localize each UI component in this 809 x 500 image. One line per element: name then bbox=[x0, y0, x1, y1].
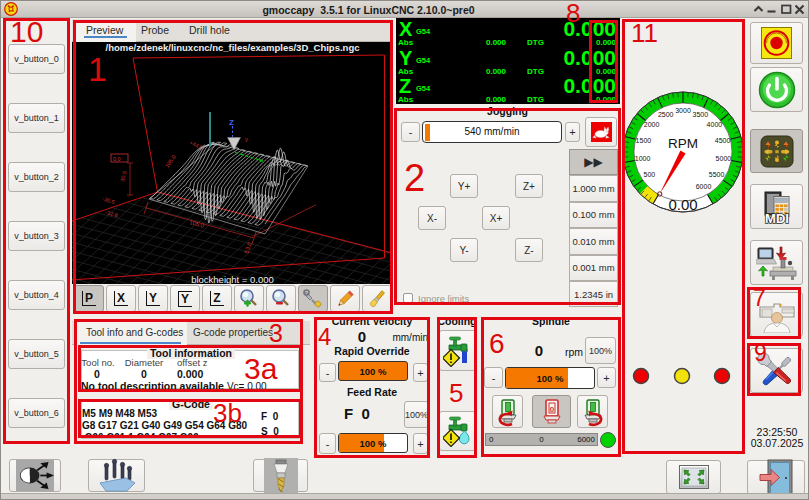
svg-text:0.00: 0.00 bbox=[668, 196, 697, 213]
svg-text:500: 500 bbox=[644, 171, 656, 178]
svg-text:3500: 3500 bbox=[693, 111, 709, 118]
svg-text:0: 0 bbox=[549, 404, 554, 413]
svg-text:4000: 4000 bbox=[707, 121, 723, 128]
svg-text:2500: 2500 bbox=[658, 111, 674, 118]
svg-text:6000: 6000 bbox=[696, 183, 712, 190]
svg-text:RPM: RPM bbox=[668, 136, 698, 151]
svg-text:1500: 1500 bbox=[636, 137, 652, 144]
svg-text:5500: 5500 bbox=[709, 171, 725, 178]
svg-text:4500: 4500 bbox=[715, 137, 731, 144]
svg-text:MDI: MDI bbox=[765, 211, 789, 224]
svg-text:0,0: 0,0 bbox=[113, 156, 121, 162]
svg-text:3000: 3000 bbox=[675, 107, 691, 114]
svg-text:5000: 5000 bbox=[716, 155, 732, 162]
svg-text:Z: Z bbox=[229, 118, 234, 127]
svg-text:1000: 1000 bbox=[635, 155, 651, 162]
svg-text:y: y bbox=[245, 136, 248, 142]
svg-text:2000: 2000 bbox=[644, 121, 660, 128]
